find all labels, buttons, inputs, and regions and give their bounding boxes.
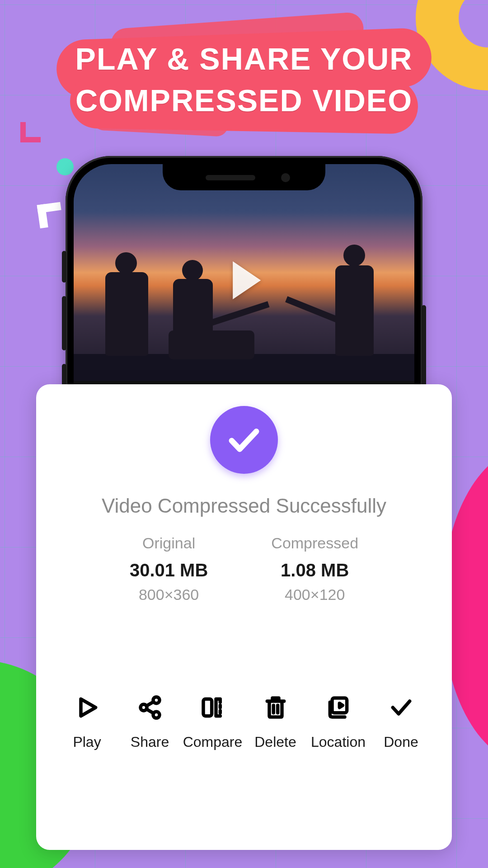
location-button[interactable]: Location [308,694,368,750]
decor-white-chevron [37,202,64,229]
play-label: Play [73,734,101,750]
promo-background: PLAY & SHARE YOUR COMPRESSED VIDEO [0,0,488,868]
compare-label: Compare [183,734,243,750]
hero-title-line1: PLAY & SHARE YOUR [0,38,488,80]
play-icon [74,694,101,721]
compressed-stats: Compressed 1.08 MB 400×120 [271,534,358,604]
status-title: Video Compressed Successfully [54,495,434,517]
location-icon [325,694,352,721]
action-row: Play Share Compare Delete [54,694,434,750]
compressed-label: Compressed [271,534,358,552]
decor-pink-angle [20,122,41,142]
success-check-icon [210,406,278,474]
phone-notch [163,164,325,190]
compare-button[interactable]: Compare [183,694,243,750]
original-stats: Original 30.01 MB 800×360 [130,534,208,604]
compressed-size: 1.08 MB [271,560,358,580]
play-overlay-icon[interactable] [233,261,261,299]
svg-rect-3 [203,699,212,716]
hero-title: PLAY & SHARE YOUR COMPRESSED VIDEO [0,38,488,122]
phone-power-button [422,305,426,387]
share-button[interactable]: Share [120,694,180,750]
delete-label: Delete [254,734,296,750]
check-icon [388,694,415,721]
original-label: Original [130,534,208,552]
size-comparison: Original 30.01 MB 800×360 Compressed 1.0… [54,534,434,604]
delete-button[interactable]: Delete [245,694,305,750]
original-dimensions: 800×360 [130,586,208,604]
decor-cyan-dot [56,158,74,175]
hero-title-line2: COMPRESSED VIDEO [0,80,488,122]
compressed-dimensions: 400×120 [271,586,358,604]
phone-mute-switch [62,251,66,283]
original-size: 30.01 MB [130,560,208,580]
share-icon [136,694,164,721]
done-label: Done [384,734,418,750]
compare-icon [199,694,226,721]
location-label: Location [311,734,366,750]
share-label: Share [131,734,169,750]
video-preview[interactable] [74,164,414,381]
play-button[interactable]: Play [57,694,117,750]
phone-volume-up [62,296,66,350]
result-card: Video Compressed Successfully Original 3… [36,384,452,850]
trash-icon [262,694,289,721]
done-button[interactable]: Done [371,694,431,750]
